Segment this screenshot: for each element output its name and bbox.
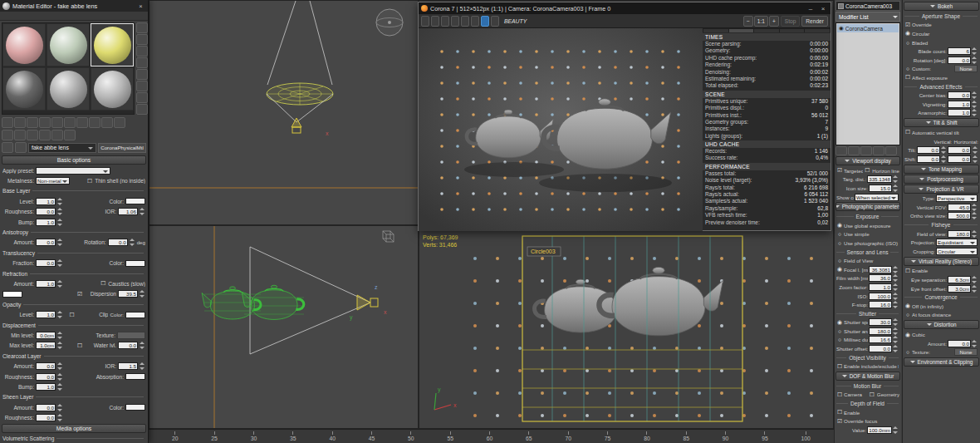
value-field[interactable]: 1.0 xyxy=(36,198,56,205)
checkbox[interactable]: ◉ xyxy=(904,303,911,309)
material-tool-icon[interactable] xyxy=(51,130,63,140)
spinner-buttons[interactable] xyxy=(893,185,899,192)
spinner-buttons[interactable] xyxy=(130,239,135,246)
value-field[interactable]: 0.0 xyxy=(869,345,892,352)
checkbox[interactable]: ☐ xyxy=(869,391,875,398)
color-swatch[interactable] xyxy=(125,373,145,380)
checkbox[interactable]: ○ xyxy=(904,312,911,317)
vfb-tab[interactable] xyxy=(703,29,728,32)
checkbox[interactable]: ◉ xyxy=(836,266,843,273)
spinner-buttons[interactable] xyxy=(893,175,899,183)
timeline-tick[interactable]: 65 xyxy=(526,431,532,443)
spinner-buttons[interactable] xyxy=(57,373,63,381)
value-field[interactable]: 0.0 xyxy=(948,340,971,347)
checkbox[interactable]: ○ xyxy=(836,328,843,334)
spinner-buttons[interactable] xyxy=(57,311,63,318)
camera-gizmo[interactable] xyxy=(357,295,370,310)
material-tool-icon[interactable] xyxy=(114,117,125,128)
timeline-tick[interactable]: 90 xyxy=(723,431,729,443)
modifier-list-dropdown[interactable]: Modifier List xyxy=(835,12,900,22)
checkbox[interactable]: ☐ xyxy=(904,74,911,81)
spinner-buttons[interactable] xyxy=(893,301,899,308)
spinner-buttons[interactable] xyxy=(57,198,63,205)
sample-tool-icon[interactable] xyxy=(136,69,148,80)
vfb-tab[interactable] xyxy=(780,29,805,32)
value-field[interactable]: 0.0 xyxy=(36,259,56,267)
timeline-tick[interactable]: 25 xyxy=(211,431,218,443)
material-tool-icon[interactable] xyxy=(101,117,113,128)
spinner-buttons[interactable] xyxy=(972,47,978,55)
checkbox[interactable]: ☐ xyxy=(836,391,843,398)
vfb-tab[interactable] xyxy=(729,29,754,32)
spinner-buttons[interactable] xyxy=(972,212,978,219)
timeline-tick[interactable]: 35 xyxy=(290,431,296,443)
spinner-buttons[interactable] xyxy=(972,340,978,347)
value-field[interactable]: Perspective xyxy=(936,194,978,202)
value-field[interactable]: 0.0 xyxy=(36,414,56,421)
timeline-tick[interactable]: 60 xyxy=(487,431,493,443)
spinner-buttons[interactable] xyxy=(893,293,899,300)
spinner-buttons[interactable] xyxy=(972,101,978,108)
color-swatch[interactable] xyxy=(125,198,145,204)
value-field[interactable]: 16.6 xyxy=(869,336,892,343)
vfb-titlebar[interactable]: Corona 7 | 512×512px (1:1) | Camera: Cor… xyxy=(419,2,831,14)
modifier-stack-item[interactable]: ◉ CoronaCamera xyxy=(837,24,899,32)
value-field[interactable]: 0.0 xyxy=(948,155,971,163)
close-icon[interactable]: × xyxy=(818,5,828,12)
minimize-icon[interactable]: – xyxy=(806,5,816,12)
value-field[interactable]: 0.0 xyxy=(36,239,56,246)
material-tool-icon[interactable] xyxy=(51,117,63,128)
color-swatch[interactable] xyxy=(2,291,22,298)
value-field[interactable]: 45.0 xyxy=(948,204,971,211)
checkbox[interactable]: ☑ xyxy=(76,291,83,298)
timeline-tick[interactable]: 40 xyxy=(329,431,336,443)
color-swatch[interactable] xyxy=(125,260,145,267)
spinner-buttons[interactable] xyxy=(941,146,947,154)
checkbox[interactable]: ☐ xyxy=(100,280,106,287)
material-tool-icon[interactable] xyxy=(64,130,76,140)
value-field[interactable]: 0.0 xyxy=(36,404,56,411)
spinner-buttons[interactable] xyxy=(140,342,145,349)
color-swatch[interactable] xyxy=(125,312,145,318)
checkbox[interactable]: ☐ xyxy=(904,268,911,274)
spinner-buttons[interactable] xyxy=(893,266,899,273)
spinner-buttons[interactable] xyxy=(57,208,63,215)
material-sample-slot[interactable] xyxy=(2,23,46,66)
spinner-buttons[interactable] xyxy=(140,208,145,215)
sample-tool-icon[interactable] xyxy=(136,57,148,68)
value-field[interactable]: 6 xyxy=(948,47,971,55)
checkbox[interactable]: ◉ xyxy=(836,319,843,326)
value-field[interactable]: 1.5 xyxy=(118,362,138,370)
rollout-tilt-shift[interactable]: Tilt & Shift xyxy=(904,118,979,127)
value-field[interactable]: 1.0 xyxy=(36,280,56,288)
spinner-buttons[interactable] xyxy=(140,362,145,370)
spinner-buttons[interactable] xyxy=(972,109,978,116)
spinner-buttons[interactable] xyxy=(57,280,63,288)
value-field[interactable]: 0.0cm xyxy=(36,332,56,339)
camera-body-gizmo[interactable] xyxy=(292,127,301,133)
vfb-toolbar-button[interactable] xyxy=(481,16,489,27)
spinner-buttons[interactable] xyxy=(893,327,899,335)
pick-material-icon[interactable] xyxy=(15,142,27,153)
timeline-track-bar[interactable]: 20253035404550556065707580859095100 xyxy=(149,429,834,443)
spinner-buttons[interactable] xyxy=(893,336,899,343)
vfb-toolbar-button[interactable] xyxy=(451,16,459,27)
value-field[interactable]: None xyxy=(954,348,978,356)
material-class-button[interactable]: CoronaPhysicalMtl xyxy=(98,143,146,153)
timeline-tick[interactable]: 100 xyxy=(801,431,811,443)
value-field[interactable]: 16.0 xyxy=(869,301,892,308)
spinner-buttons[interactable] xyxy=(973,155,978,163)
value-field[interactable]: 335.1348 xyxy=(867,175,892,183)
vfb-tab[interactable] xyxy=(805,29,830,32)
checkbox[interactable]: ◉ xyxy=(904,332,911,338)
spinner-buttons[interactable] xyxy=(57,219,63,226)
material-sample-slot[interactable] xyxy=(91,23,134,66)
timeline-tick[interactable]: 45 xyxy=(369,431,375,443)
checkbox[interactable]: ☐ xyxy=(68,312,75,318)
value-field[interactable]: 1.0cm xyxy=(36,342,56,349)
spinner-buttons[interactable] xyxy=(972,91,978,99)
value-field[interactable]: Equidistant xyxy=(936,239,978,246)
render-element-selector[interactable]: BEAUTY xyxy=(504,18,527,24)
spinner-buttons[interactable] xyxy=(941,155,947,163)
sample-tool-icon[interactable] xyxy=(136,92,148,103)
